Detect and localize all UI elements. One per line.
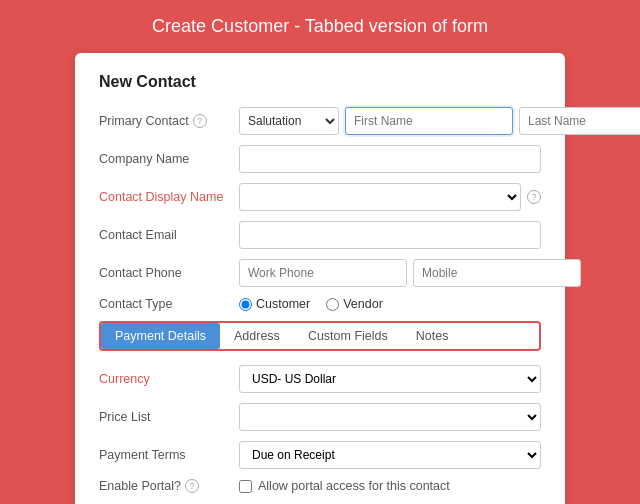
radio-customer-label: Customer [256,297,310,311]
tabs-container: Payment Details Address Custom Fields No… [99,321,541,351]
primary-contact-row: Primary Contact ? Salutation Mr. Mrs. Ms… [99,107,541,135]
contact-email-input[interactable] [239,221,541,249]
payment-terms-label: Payment Terms [99,448,239,462]
contact-type-label: Contact Type [99,297,239,311]
contact-phone-row: Contact Phone [99,259,541,287]
radio-vendor[interactable]: Vendor [326,297,383,311]
contact-display-name-select[interactable] [239,183,521,211]
portal-info-icon[interactable]: ? [185,479,199,493]
radio-vendor-input[interactable] [326,298,339,311]
portal-checkbox[interactable] [239,480,252,493]
primary-contact-fields: Salutation Mr. Mrs. Ms. Dr. [239,107,640,135]
contact-type-row: Contact Type Customer Vendor [99,297,541,311]
tabs-row: Payment Details Address Custom Fields No… [101,323,539,349]
payment-terms-row: Payment Terms Due on Receipt [99,441,541,469]
currency-row: Currency USD- US Dollar [99,365,541,393]
enable-portal-label: Enable Portal? ? [99,479,239,493]
primary-contact-label: Primary Contact ? [99,114,239,128]
salutation-select[interactable]: Salutation Mr. Mrs. Ms. Dr. [239,107,339,135]
portal-access-label: Allow portal access for this contact [258,479,450,493]
contact-phone-label: Contact Phone [99,266,239,280]
price-list-select[interactable] [239,403,541,431]
currency-label: Currency [99,372,239,386]
radio-customer-input[interactable] [239,298,252,311]
tab-payment-details[interactable]: Payment Details [101,323,220,349]
price-list-row: Price List [99,403,541,431]
last-name-input[interactable] [519,107,640,135]
work-phone-input[interactable] [239,259,407,287]
page-title: Create Customer - Tabbed version of form [152,16,488,37]
display-name-info-icon[interactable]: ? [527,190,541,204]
new-contact-card: New Contact Primary Contact ? Salutation… [75,53,565,504]
tab-notes[interactable]: Notes [402,323,463,349]
mobile-input[interactable] [413,259,581,287]
radio-vendor-label: Vendor [343,297,383,311]
company-name-row: Company Name [99,145,541,173]
company-name-input[interactable] [239,145,541,173]
radio-customer[interactable]: Customer [239,297,310,311]
tab-custom-fields[interactable]: Custom Fields [294,323,402,349]
primary-contact-info-icon[interactable]: ? [193,114,207,128]
contact-display-name-row: Contact Display Name ? [99,183,541,211]
enable-portal-row: Enable Portal? ? Allow portal access for… [99,479,541,493]
payment-terms-select[interactable]: Due on Receipt [239,441,541,469]
contact-email-row: Contact Email [99,221,541,249]
contact-display-name-label: Contact Display Name [99,190,239,204]
tab-address[interactable]: Address [220,323,294,349]
contact-email-label: Contact Email [99,228,239,242]
card-title: New Contact [99,73,541,91]
price-list-label: Price List [99,410,239,424]
first-name-input[interactable] [345,107,513,135]
company-name-label: Company Name [99,152,239,166]
currency-select[interactable]: USD- US Dollar [239,365,541,393]
contact-type-radio-group: Customer Vendor [239,297,541,311]
